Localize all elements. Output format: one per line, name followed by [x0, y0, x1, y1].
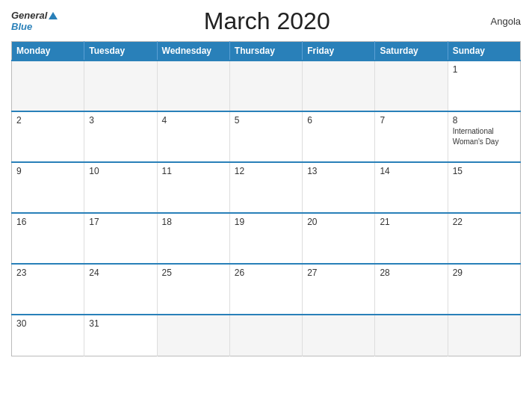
day-number: 12 — [235, 166, 297, 176]
day-number: 23 — [16, 268, 79, 278]
day-number: 20 — [307, 217, 370, 227]
calendar-cell: 9 — [12, 162, 84, 213]
calendar-cell: 8International Woman's Day — [448, 111, 520, 162]
logo: General Blue — [11, 10, 58, 32]
calendar-cell: 15 — [448, 162, 520, 213]
day-number: 10 — [89, 166, 152, 176]
calendar-cell: 14 — [375, 162, 448, 213]
calendar-cell: 4 — [157, 111, 229, 162]
calendar-cell: 21 — [375, 213, 448, 264]
calendar-cell: 20 — [303, 213, 375, 264]
calendar-cell — [84, 61, 157, 111]
calendar-header-sunday: Sunday — [448, 42, 520, 61]
day-number: 17 — [89, 217, 152, 227]
day-number: 4 — [162, 115, 225, 126]
day-number: 13 — [307, 166, 370, 176]
day-number: 3 — [89, 115, 152, 126]
day-number: 1 — [453, 64, 516, 75]
day-number: 19 — [235, 217, 297, 227]
calendar-week-row: 9101112131415 — [12, 162, 521, 213]
calendar-week-row: 3031 — [12, 315, 521, 356]
calendar-header-row: MondayTuesdayWednesdayThursdayFridaySatu… — [12, 42, 521, 61]
day-number: 29 — [453, 268, 516, 278]
calendar-cell: 1 — [448, 61, 520, 111]
calendar-cell: 24 — [84, 264, 157, 315]
header: General Blue March 2020 Angola — [11, 7, 521, 35]
calendar-header-saturday: Saturday — [375, 42, 448, 61]
day-number: 8 — [453, 115, 516, 126]
day-number: 7 — [380, 115, 442, 126]
day-number: 18 — [162, 217, 225, 227]
calendar-cell — [157, 315, 229, 356]
calendar-cell — [12, 61, 84, 111]
calendar-week-row: 1 — [12, 61, 521, 111]
day-number: 2 — [16, 115, 79, 126]
day-number: 31 — [89, 318, 152, 329]
day-number: 27 — [307, 268, 370, 278]
calendar-cell — [375, 315, 448, 356]
calendar-week-row: 2345678International Woman's Day — [12, 111, 521, 162]
day-number: 22 — [453, 217, 516, 227]
calendar-header-monday: Monday — [12, 42, 84, 61]
calendar-cell — [303, 315, 375, 356]
calendar-header-wednesday: Wednesday — [157, 42, 229, 61]
day-number: 14 — [380, 166, 442, 176]
day-number: 28 — [380, 268, 442, 278]
calendar-cell: 26 — [229, 264, 302, 315]
calendar-cell: 3 — [84, 111, 157, 162]
calendar-cell: 16 — [12, 213, 84, 264]
calendar-title: March 2020 — [58, 7, 476, 35]
calendar-cell: 10 — [84, 162, 157, 213]
day-number: 5 — [235, 115, 297, 126]
calendar-cell: 17 — [84, 213, 157, 264]
calendar-cell: 23 — [12, 264, 84, 315]
day-number: 9 — [16, 166, 79, 176]
calendar-cell — [229, 61, 302, 111]
calendar-cell: 5 — [229, 111, 302, 162]
calendar-cell: 28 — [375, 264, 448, 315]
day-number: 25 — [162, 268, 225, 278]
calendar-cell: 6 — [303, 111, 375, 162]
logo-general-text: General — [11, 10, 47, 21]
calendar-cell: 2 — [12, 111, 84, 162]
day-number: 26 — [235, 268, 297, 278]
day-number: 6 — [307, 115, 370, 126]
country-label: Angola — [476, 16, 521, 27]
day-number: 16 — [16, 217, 79, 227]
calendar-cell — [303, 61, 375, 111]
day-number: 15 — [453, 166, 516, 176]
calendar-cell — [229, 315, 302, 356]
calendar-header-tuesday: Tuesday — [84, 42, 157, 61]
day-number: 30 — [16, 318, 79, 329]
calendar-table: MondayTuesdayWednesdayThursdayFridaySatu… — [11, 41, 521, 356]
calendar-page: General Blue March 2020 Angola MondayTue… — [0, 0, 532, 411]
event-label: International Woman's Day — [453, 127, 499, 146]
calendar-cell: 13 — [303, 162, 375, 213]
calendar-cell: 31 — [84, 315, 157, 356]
calendar-cell: 19 — [229, 213, 302, 264]
calendar-cell: 22 — [448, 213, 520, 264]
calendar-cell — [157, 61, 229, 111]
calendar-cell: 29 — [448, 264, 520, 315]
calendar-cell — [375, 61, 448, 111]
calendar-cell: 27 — [303, 264, 375, 315]
calendar-cell: 12 — [229, 162, 302, 213]
day-number: 11 — [162, 166, 225, 176]
calendar-cell: 18 — [157, 213, 229, 264]
calendar-cell: 11 — [157, 162, 229, 213]
calendar-cell: 30 — [12, 315, 84, 356]
calendar-week-row: 16171819202122 — [12, 213, 521, 264]
calendar-cell: 25 — [157, 264, 229, 315]
calendar-week-row: 23242526272829 — [12, 264, 521, 315]
logo-blue-text: Blue — [11, 22, 32, 32]
calendar-header-friday: Friday — [303, 42, 375, 61]
day-number: 21 — [380, 217, 442, 227]
calendar-cell: 7 — [375, 111, 448, 162]
calendar-header-thursday: Thursday — [229, 42, 302, 61]
day-number: 24 — [89, 268, 152, 278]
calendar-cell — [448, 315, 520, 356]
logo-triangle-icon — [49, 12, 58, 19]
